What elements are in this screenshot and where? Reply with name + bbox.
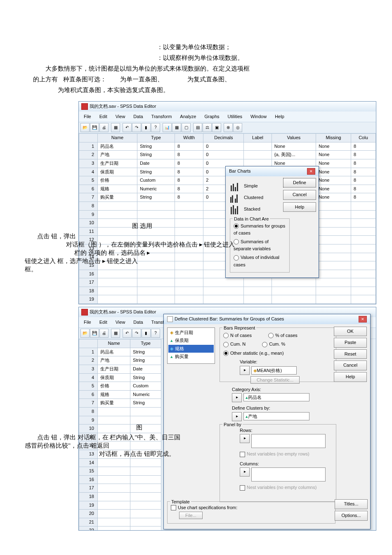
bar-charts-dialog[interactable]: Bar Charts✕ Simple Clustered Stacked Dat… <box>225 166 319 278</box>
options-button[interactable]: Options... <box>335 511 368 521</box>
move-rows-button[interactable]: ▸ <box>240 434 250 443</box>
menu-edit[interactable]: Edit <box>96 112 111 121</box>
window-title-bar: 我的文档.sav - SPSS Data Editor <box>79 102 376 111</box>
save-icon[interactable]: 💾 <box>90 123 99 132</box>
menu-transform[interactable]: Transform <box>148 112 175 121</box>
change-statistic-button[interactable]: Change Statistic... <box>250 376 300 384</box>
variable-list[interactable]: ◈生产日期 ▴保质期 ◈规格 ▴购买量 <box>167 327 215 364</box>
insert-case-icon[interactable]: ▢ <box>182 123 191 132</box>
radio-separate-vars[interactable] <box>234 239 239 244</box>
variable-grid-2[interactable]: NameType 1药品名String 2产地String 3生产日期Date … <box>79 339 161 531</box>
menu-bar[interactable]: File Edit View Data Transform Analyze Gr… <box>79 111 376 122</box>
define-clusters-field[interactable]: ▴产地 <box>243 412 309 420</box>
menu-help[interactable]: Help <box>272 112 288 121</box>
reset-button[interactable]: Reset <box>334 349 367 359</box>
use-chart-spec-checkbox[interactable] <box>171 505 176 510</box>
menu-utilities[interactable]: Utilities <box>224 112 246 121</box>
print-icon[interactable]: 🖨 <box>99 123 109 132</box>
radio-individual-cases[interactable] <box>234 255 239 261</box>
app-icon <box>81 309 88 315</box>
radio-cum-n[interactable] <box>223 342 229 347</box>
value-labels-icon[interactable]: ⊗ <box>224 123 233 132</box>
rows-field[interactable] <box>251 434 326 448</box>
goto-icon[interactable]: ▮ <box>142 329 151 338</box>
weight-icon[interactable]: ⚖ <box>203 123 212 132</box>
chart-icon[interactable]: 📊 <box>163 123 172 132</box>
menu-file[interactable]: File <box>80 112 94 121</box>
menu-analyze[interactable]: Analyze <box>177 112 199 121</box>
clustered-bar-icon[interactable] <box>230 193 241 203</box>
move-cluster-button[interactable]: ▸ <box>232 412 242 421</box>
redo-icon[interactable]: ↷ <box>132 329 141 338</box>
menu-data[interactable]: Data <box>130 112 146 121</box>
screenshot-2: 我的文档.sav - SPSS Data Editor File Edit Vi… <box>78 307 359 531</box>
radio-groups-of-cases[interactable] <box>234 223 239 229</box>
select-icon[interactable]: ▣ <box>212 123 221 132</box>
radio-other-stat[interactable] <box>223 351 229 356</box>
category-axis-field[interactable]: ▴药品名 <box>243 393 309 401</box>
open-icon[interactable]: 📂 <box>80 329 90 338</box>
undo-icon[interactable]: ↶ <box>123 123 132 132</box>
define-clustered-bar-dialog[interactable]: Define Clustered Bar: Summaries for Grou… <box>163 314 371 529</box>
menu-window[interactable]: Window <box>247 112 270 121</box>
stacked-bar-icon[interactable] <box>230 204 241 214</box>
radio-pct-cases[interactable] <box>268 333 274 338</box>
open-icon[interactable]: 📂 <box>80 123 90 132</box>
paste-button[interactable]: Paste <box>334 338 367 348</box>
split-icon[interactable]: ▤ <box>193 123 202 132</box>
file-button[interactable]: File... <box>179 512 203 519</box>
titles-button[interactable]: Titles... <box>335 499 368 509</box>
screenshot-1: 我的文档.sav - SPSS Data Editor File Edit Vi… <box>78 101 359 304</box>
print-icon[interactable]: 🖨 <box>99 329 109 338</box>
nest-cols-checkbox <box>240 485 245 491</box>
radio-n-cases[interactable] <box>223 333 229 338</box>
redo-icon[interactable]: ↷ <box>132 123 141 132</box>
ok-button[interactable]: OK <box>334 327 367 337</box>
undo-icon[interactable]: ↶ <box>123 329 132 338</box>
cancel-button[interactable]: Cancel <box>334 361 367 370</box>
close-icon[interactable]: ✕ <box>359 316 367 323</box>
help-button[interactable]: Help <box>283 202 316 212</box>
use-sets-icon[interactable]: ◎ <box>233 123 242 132</box>
move-category-button[interactable]: ▸ <box>232 393 242 402</box>
close-icon[interactable]: ✕ <box>307 168 315 175</box>
variable-field[interactable]: ◈MEAN(价格) <box>251 366 297 375</box>
menu-graphs[interactable]: Graphs <box>201 112 222 121</box>
move-cols-button[interactable]: ▸ <box>240 467 250 477</box>
dialog-recall-icon[interactable]: ▦ <box>111 123 120 132</box>
app-icon <box>81 103 88 110</box>
move-variable-button[interactable]: ▸ <box>240 366 250 375</box>
intro-text: ：以变量为单位体现数据； ：以观察样例为单位体现数据。 大多数情形下，统计图都是… <box>33 42 359 95</box>
insert-icon[interactable]: ▦ <box>172 123 181 132</box>
dialog-icon <box>167 316 173 322</box>
simple-bar-icon[interactable] <box>230 181 241 191</box>
cancel-button[interactable]: Cancel <box>283 190 316 200</box>
dialog-recall-icon[interactable]: ▦ <box>111 329 120 338</box>
radio-cum-pct[interactable] <box>262 342 267 347</box>
dialog-title: Bar Charts <box>229 168 251 175</box>
save-icon[interactable]: 💾 <box>90 329 99 338</box>
window-title: 我的文档.sav - SPSS Data Editor <box>90 103 156 110</box>
menu-view[interactable]: View <box>112 112 129 121</box>
nest-rows-checkbox <box>240 452 245 457</box>
dialog-title: Define Clustered Bar: Summaries for Grou… <box>175 315 284 323</box>
goto-icon[interactable]: ▮ <box>142 123 151 132</box>
toolbar: 📂 💾 🖨 ▦ ↶ ↷ ▮ ? 📊 ▦ ▢ ▤ ⚖ ▣ ⊗ ◎ <box>79 122 376 133</box>
define-button[interactable]: Define <box>283 178 316 188</box>
help-button[interactable]: Help <box>334 372 367 382</box>
columns-field[interactable] <box>251 467 326 481</box>
find-icon[interactable]: ? <box>151 123 160 132</box>
find-icon[interactable]: ? <box>151 329 160 338</box>
